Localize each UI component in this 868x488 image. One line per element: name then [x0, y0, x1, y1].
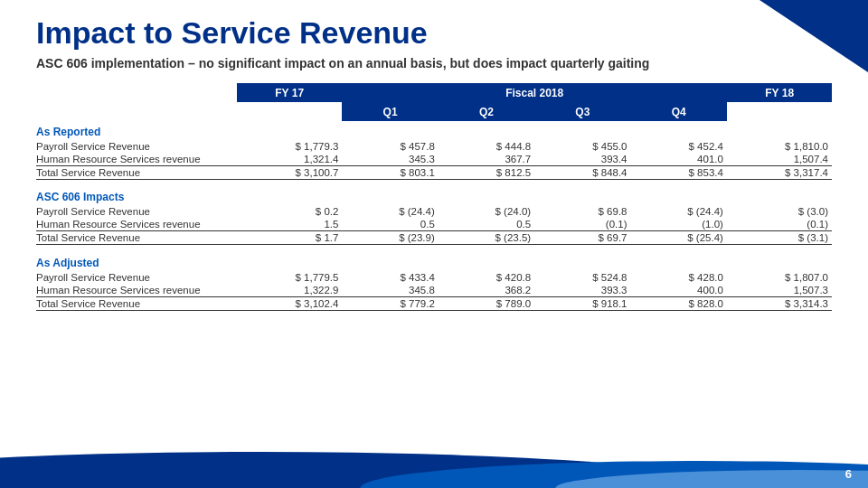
data-cell: $ 69.7	[534, 231, 630, 245]
data-cell: $ 853.4	[631, 165, 727, 179]
table-row: Total Service Revenue$ 3,102.4$ 779.2$ 7…	[36, 296, 832, 310]
data-cell: 400.0	[631, 284, 727, 297]
row-label: Payroll Service Revenue	[36, 271, 237, 284]
row-label: Total Service Revenue	[36, 231, 237, 245]
col-q4: Q4	[631, 102, 727, 121]
data-cell: $ (24.4)	[631, 205, 727, 218]
data-cell: $ 828.0	[631, 296, 727, 310]
data-cell: 0.5	[342, 218, 438, 231]
spacer-row	[36, 179, 832, 186]
data-cell: $ 1.7	[237, 231, 342, 245]
section-header-as-reported: As Reported	[36, 121, 832, 140]
data-cell: 1,507.3	[727, 284, 832, 297]
data-cell: 1,322.9	[237, 284, 342, 297]
table-row: Payroll Service Revenue$ 0.2$ (24.4)$ (2…	[36, 205, 832, 218]
data-cell: $ 457.8	[342, 140, 438, 153]
data-cell: $ 1,779.5	[237, 271, 342, 284]
table-row: Payroll Service Revenue$ 1,779.5$ 433.4$…	[36, 271, 832, 284]
col-q3: Q3	[534, 102, 630, 121]
data-cell: $ (24.0)	[439, 205, 534, 218]
data-cell: $ 444.8	[439, 140, 534, 153]
data-cell: $ 428.0	[631, 271, 727, 284]
main-title: Impact to Service Revenue	[36, 16, 832, 50]
data-cell: (0.1)	[727, 218, 832, 231]
data-cell: $ (25.4)	[631, 231, 727, 245]
data-cell: 0.5	[439, 218, 534, 231]
data-cell: $ 812.5	[439, 165, 534, 179]
row-label: Human Resource Services revenue	[36, 218, 237, 231]
data-cell: $ 1,779.3	[237, 140, 342, 153]
data-cell: $ 3,102.4	[237, 296, 342, 310]
data-cell: $ 918.1	[534, 296, 630, 310]
section-header-row: As Adjusted	[36, 252, 832, 271]
section-header-row: ASC 606 Impacts	[36, 186, 832, 205]
data-cell: 345.3	[342, 153, 438, 166]
data-cell: $ (3.0)	[727, 205, 832, 218]
data-cell: $ 524.8	[534, 271, 630, 284]
data-cell: $ 0.2	[237, 205, 342, 218]
data-cell: 1,321.4	[237, 153, 342, 166]
data-cell: $ 69.8	[534, 205, 630, 218]
data-cell: $ 1,810.0	[727, 140, 832, 153]
data-cell: $ 848.4	[534, 165, 630, 179]
data-cell: $ 455.0	[534, 140, 630, 153]
col-q2: Q2	[439, 102, 534, 121]
table-row: Human Resource Services revenue1,322.934…	[36, 284, 832, 297]
table-row: Payroll Service Revenue$ 1,779.3$ 457.8$…	[36, 140, 832, 153]
data-cell: 368.2	[439, 284, 534, 297]
table-row: Human Resource Services revenue1.50.50.5…	[36, 218, 832, 231]
data-cell: 1,507.4	[727, 153, 832, 166]
data-table: FY 17 Fiscal 2018 FY 18 Q1 Q2 Q3 Q4	[36, 83, 832, 311]
data-cell: $ 779.2	[342, 296, 438, 310]
table-container: FY 17 Fiscal 2018 FY 18 Q1 Q2 Q3 Q4	[36, 83, 832, 311]
row-label: Human Resource Services revenue	[36, 153, 237, 166]
data-cell: 367.7	[439, 153, 534, 166]
data-cell: $ 433.4	[342, 271, 438, 284]
data-cell: (0.1)	[534, 218, 630, 231]
data-cell: $ 3,317.4	[727, 165, 832, 179]
data-cell: 345.8	[342, 284, 438, 297]
row-label: Human Resource Services revenue	[36, 284, 237, 297]
bottom-decoration	[0, 438, 868, 488]
data-cell: $ 789.0	[439, 296, 534, 310]
table-row: Total Service Revenue$ 1.7$ (23.9)$ (23.…	[36, 231, 832, 245]
col-fy17: FY 17	[237, 83, 342, 102]
section-header-row: As Reported	[36, 121, 832, 140]
table-row: Total Service Revenue$ 3,100.7$ 803.1$ 8…	[36, 165, 832, 179]
col-q1: Q1	[342, 102, 438, 121]
data-cell: $ (3.1)	[727, 231, 832, 245]
col-fy18: FY 18	[727, 83, 832, 102]
row-label: Total Service Revenue	[36, 296, 237, 310]
top-decoration	[760, 0, 868, 72]
row-label: Payroll Service Revenue	[36, 205, 237, 218]
fiscal-header: Fiscal 2018	[342, 83, 726, 102]
section-header-asc-606-impacts: ASC 606 Impacts	[36, 186, 832, 205]
data-cell: $ (23.5)	[439, 231, 534, 245]
data-cell: $ (24.4)	[342, 205, 438, 218]
data-cell: $ 452.4	[631, 140, 727, 153]
subtitle: ASC 606 implementation – no significant …	[36, 55, 832, 71]
slide: Impact to Service Revenue ASC 606 implem…	[0, 0, 868, 488]
page-number: 6	[845, 467, 852, 481]
spacer-row	[36, 245, 832, 252]
data-cell: 1.5	[237, 218, 342, 231]
row-label: Total Service Revenue	[36, 165, 237, 179]
data-cell: $ 3,100.7	[237, 165, 342, 179]
data-cell: (1.0)	[631, 218, 727, 231]
data-cell: 401.0	[631, 153, 727, 166]
data-cell: $ 1,807.0	[727, 271, 832, 284]
table-row: Human Resource Services revenue1,321.434…	[36, 153, 832, 166]
section-header-as-adjusted: As Adjusted	[36, 252, 832, 271]
data-cell: $ 420.8	[439, 271, 534, 284]
data-cell: 393.4	[534, 153, 630, 166]
row-label: Payroll Service Revenue	[36, 140, 237, 153]
data-cell: $ (23.9)	[342, 231, 438, 245]
data-cell: $ 3,314.3	[727, 296, 832, 310]
data-cell: 393.3	[534, 284, 630, 297]
data-cell: $ 803.1	[342, 165, 438, 179]
